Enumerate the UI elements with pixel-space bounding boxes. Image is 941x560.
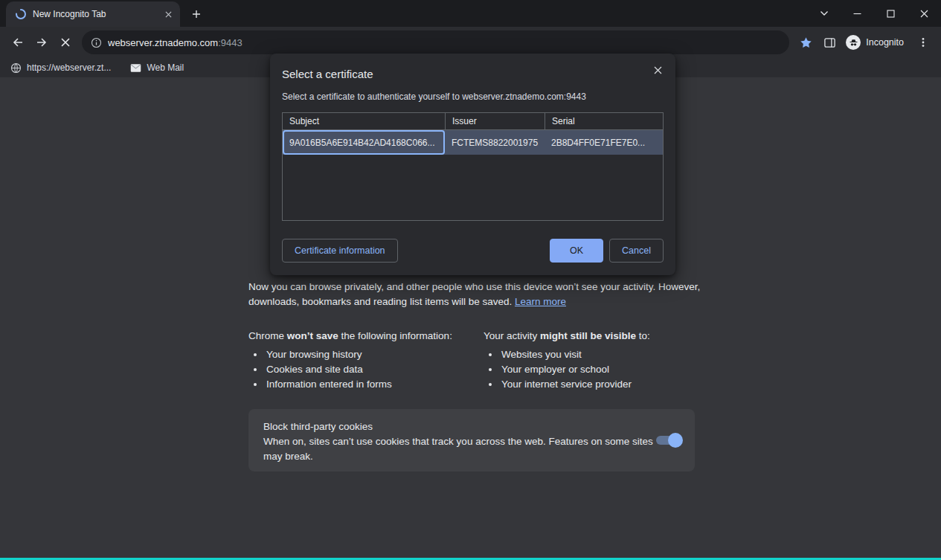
url-port: :9443 (218, 37, 243, 48)
dialog-close-icon[interactable] (649, 61, 667, 79)
incognito-label: Incognito (866, 37, 904, 48)
cancel-button[interactable]: Cancel (609, 239, 664, 263)
tab-close-icon[interactable] (162, 8, 174, 20)
list-item: Your internet service provider (500, 377, 695, 392)
toggle-knob (668, 433, 683, 448)
loading-spinner-icon (15, 8, 27, 20)
dialog-actions: Certificate information OK Cancel (282, 239, 664, 263)
list-item: Your browsing history (265, 347, 484, 362)
column-header-serial: Serial (545, 113, 663, 129)
list-item: Your employer or school (500, 362, 695, 377)
browser-menu-button[interactable] (911, 30, 935, 54)
certificate-table: Subject Issuer Serial 9A016B5A6E914B42AD… (282, 112, 664, 221)
column-header-subject: Subject (283, 113, 445, 129)
visible-to-heading: Your activity might still be visible to: (484, 329, 695, 344)
dialog-title: Select a certificate (282, 67, 664, 82)
forward-button[interactable] (30, 30, 54, 54)
incognito-columns: Chrome won’t save the following informat… (248, 329, 695, 392)
dialog-subtitle: Select a certificate to authenticate you… (282, 91, 664, 103)
maximize-button[interactable] (874, 0, 908, 27)
list-item: Websites you visit (500, 347, 695, 362)
bookmark-label: Web Mail (147, 62, 184, 73)
address-bar[interactable]: webserver.ztnademo.com:9443 (82, 30, 789, 54)
list-item: Information entered in forms (265, 377, 484, 392)
block-cookies-toggle[interactable] (656, 436, 681, 445)
tab-strip: New Incognito Tab (0, 0, 941, 27)
browser-window: New Incognito Tab (0, 0, 941, 560)
cookies-card-description: When on, sites can’t use cookies that tr… (263, 434, 656, 464)
wont-save-section: Chrome won’t save the following informat… (248, 329, 484, 392)
list-item: Cookies and site data (265, 362, 484, 377)
visible-to-list: Websites you visit Your employer or scho… (484, 347, 695, 392)
close-window-button[interactable] (908, 0, 941, 27)
bookmark-label: https://webserver.zt... (27, 62, 111, 73)
cert-serial-cell[interactable]: 2B8D4FF0E71FE7E0... (545, 130, 663, 155)
window-controls (807, 0, 941, 27)
bookmark-item-webmail[interactable]: Web Mail (130, 62, 184, 73)
select-certificate-dialog: Select a certificate Select a certificat… (270, 54, 675, 275)
visible-to-section: Your activity might still be visible to:… (484, 329, 695, 392)
minimize-button[interactable] (841, 0, 874, 27)
learn-more-link[interactable]: Learn more (515, 296, 566, 307)
three-dot-icon (918, 37, 928, 48)
envelope-icon (130, 63, 141, 73)
bookmark-star-button[interactable] (794, 30, 818, 54)
star-icon (800, 36, 812, 49)
incognito-intro: Now you can browse privately, and other … (248, 280, 704, 309)
certificate-table-header: Subject Issuer Serial (283, 113, 663, 130)
wont-save-list: Your browsing history Cookies and site d… (248, 347, 484, 392)
ok-button[interactable]: OK (550, 239, 603, 263)
certificate-information-button[interactable]: Certificate information (282, 239, 398, 263)
back-button[interactable] (6, 30, 30, 54)
cert-issuer-cell[interactable]: FCTEMS8822001975 (445, 130, 545, 155)
tab-search-chevron-icon[interactable] (807, 0, 841, 27)
tab-title: New Incognito Tab (33, 9, 156, 19)
url-text: webserver.ztnademo.com:9443 (108, 37, 243, 48)
intro-text: Now you can browse privately, and other … (248, 281, 700, 307)
cookies-card-title: Block third-party cookies (263, 419, 680, 434)
site-info-icon[interactable] (91, 37, 102, 48)
side-panel-button[interactable] (818, 30, 841, 54)
cert-subject-cell[interactable]: 9A016B5A6E914B42AD4168C066... (283, 130, 445, 155)
certificate-row-selected[interactable]: 9A016B5A6E914B42AD4168C066... FCTEMS8822… (283, 130, 663, 155)
third-party-cookies-card: Block third-party cookies When on, sites… (248, 409, 695, 472)
wont-save-heading: Chrome won’t save the following informat… (248, 329, 484, 344)
bookmark-item-webserver[interactable]: https://webserver.zt... (10, 62, 111, 74)
new-tab-button[interactable] (186, 4, 207, 25)
incognito-profile-badge[interactable]: Incognito (841, 32, 911, 53)
tab-new-incognito[interactable]: New Incognito Tab (6, 1, 180, 27)
column-header-issuer: Issuer (445, 113, 545, 129)
stop-loading-button[interactable] (54, 30, 77, 54)
incognito-icon (846, 35, 861, 50)
globe-icon (10, 62, 22, 74)
